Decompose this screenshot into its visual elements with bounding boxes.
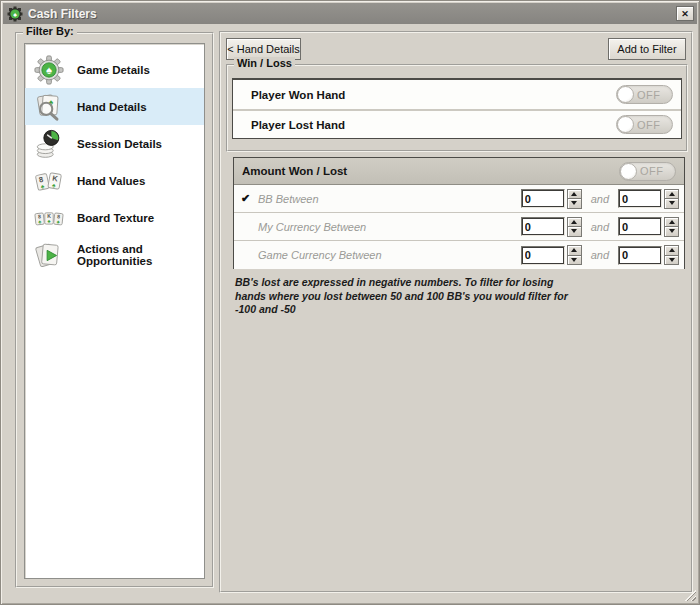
my-currency-between-label: My Currency Between [258,221,521,233]
spin-up-button[interactable] [664,217,679,228]
bb-between-label: BB Between [258,193,521,205]
spin-up-button[interactable] [664,189,679,200]
filter-by-groupbox: Filter By: ♠ [15,32,214,588]
my-currency-between-row: My Currency Between and [234,213,684,241]
close-button[interactable]: ✕ [676,6,694,21]
bb-between-from-spinner [567,189,582,209]
my-currency-to-input[interactable] [618,217,662,236]
sidebar-item-game-details[interactable]: ♠ Game Details [25,51,204,88]
toggle-state-label: OFF [637,119,661,131]
gear-spade-icon: ♠ [34,55,64,85]
toggle-knob [617,86,634,103]
note-line-3: -100 and -50 [235,303,675,317]
note-line-1: BB's lost are expressed in negative numb… [235,276,675,290]
sidebar-item-label: Board Texture [77,212,154,224]
player-lost-hand-row: Player Lost Hand OFF [233,109,681,138]
bb-between-from-input[interactable] [521,189,565,208]
game-currency-to-input[interactable] [618,246,662,265]
filter-category-list: ♠ Game Details ♠ Hand Details [24,43,205,579]
player-lost-hand-toggle[interactable]: OFF [616,115,673,134]
player-won-hand-toggle[interactable]: OFF [616,85,673,104]
and-label: and [591,249,609,261]
check-icon: ✔ [241,192,258,205]
sidebar-item-hand-values[interactable]: 8 ♠ K ♠ Hand Values [25,162,204,199]
cash-filters-window: ♠ Cash Filters ✕ Filter By: [0,0,700,605]
bb-between-to-spinner [664,189,679,209]
down-arrow-icon [669,201,675,205]
player-won-hand-row: Player Won Hand OFF [233,80,681,109]
my-currency-to-spinner [664,217,679,237]
spin-down-button[interactable] [567,199,582,209]
game-currency-between-row: Game Currency Between and [234,241,684,269]
up-arrow-icon [571,192,577,196]
amount-won-lost-panel: Amount Won / Lost OFF ✔ BB Between and [233,157,685,269]
up-arrow-icon [669,248,675,252]
amount-won-lost-label: Amount Won / Lost [242,165,619,177]
down-arrow-icon [669,258,675,262]
bb-between-to-input[interactable] [618,189,662,208]
game-currency-between-label: Game Currency Between [258,249,521,261]
spin-down-button[interactable] [567,227,582,237]
spin-down-button[interactable] [664,199,679,209]
win-loss-label: Win / Loss [234,57,295,69]
down-arrow-icon [571,229,577,233]
svg-text:♠: ♠ [13,10,17,17]
sidebar-item-actions-opportunities[interactable]: Actions and Opportunities [25,236,204,273]
up-arrow-icon [571,220,577,224]
toggle-knob [617,116,634,133]
svg-text:♠: ♠ [46,64,52,76]
sidebar-item-session-details[interactable]: Session Details [25,125,204,162]
toggle-state-label: OFF [640,165,664,177]
timer-chips-icon [34,129,64,159]
spin-up-button[interactable] [567,189,582,200]
down-arrow-icon [571,258,577,262]
bb-between-row: ✔ BB Between and [234,185,684,213]
spin-up-button[interactable] [567,245,582,256]
sidebar-item-label: Session Details [77,138,162,150]
up-arrow-icon [571,248,577,252]
two-cards-icon: 8 ♠ K ♠ [34,166,64,196]
window-title: Cash Filters [28,7,97,21]
my-currency-from-input[interactable] [521,217,565,236]
app-gear-icon: ♠ [7,6,23,22]
amount-won-lost-toggle[interactable]: OFF [619,162,676,181]
add-to-filter-button[interactable]: Add to Filter [608,38,686,60]
sidebar-item-hand-details[interactable]: ♠ Hand Details [25,88,204,125]
win-loss-groupbox: Win / Loss Player Won Hand OFF Player Lo… [226,64,688,152]
filter-detail-panel: < Hand Details Add to Filter Win / Loss … [219,31,693,593]
my-currency-from-spinner [567,217,582,237]
toggle-knob [620,163,637,180]
sidebar-item-label: Game Details [77,64,150,76]
sidebar-item-label: Hand Values [77,175,145,187]
and-label: and [591,221,609,233]
down-arrow-icon [571,201,577,205]
filter-by-label: Filter By: [23,25,77,37]
up-arrow-icon [669,192,675,196]
titlebar: ♠ Cash Filters ✕ [3,3,697,24]
game-currency-from-spinner [567,245,582,265]
spin-up-button[interactable] [567,217,582,228]
game-currency-to-spinner [664,245,679,265]
card-fan-play-icon [34,240,64,270]
svg-text:♠: ♠ [48,218,51,224]
cards-magnifier-icon: ♠ [34,92,64,122]
bb-lost-note: BB's lost are expressed in negative numb… [235,276,675,317]
sidebar-item-board-texture[interactable]: 8 K 8 ♠ ♠ ♠ Board Texture [25,199,204,236]
amount-won-lost-header: Amount Won / Lost OFF [234,158,684,185]
player-lost-hand-label: Player Lost Hand [251,119,616,131]
three-cards-icon: 8 K 8 ♠ ♠ ♠ [34,203,64,233]
and-label: and [591,193,609,205]
note-line-2: hands where you lost between 50 and 100 … [235,290,675,304]
spin-down-button[interactable] [567,256,582,266]
toggle-state-label: OFF [637,89,661,101]
sidebar-item-label: Actions and Opportunities [77,243,204,267]
down-arrow-icon [669,229,675,233]
sidebar-item-label: Hand Details [77,101,147,113]
win-loss-rows: Player Won Hand OFF Player Lost Hand OFF [232,78,682,139]
player-won-hand-label: Player Won Hand [251,89,616,101]
spin-down-button[interactable] [664,256,679,266]
game-currency-from-input[interactable] [521,246,565,265]
spin-down-button[interactable] [664,227,679,237]
up-arrow-icon [669,220,675,224]
spin-up-button[interactable] [664,245,679,256]
